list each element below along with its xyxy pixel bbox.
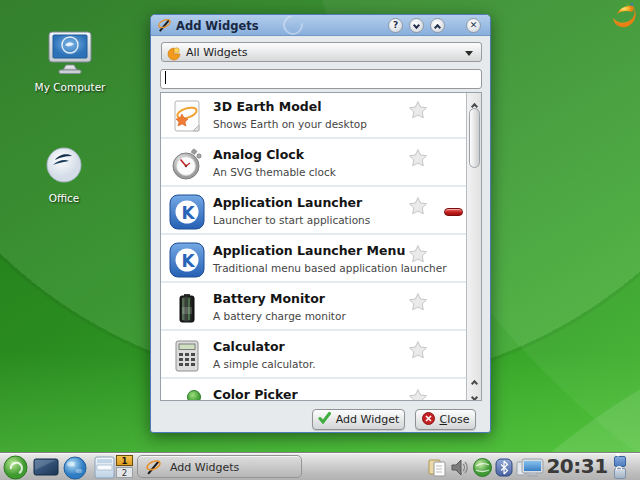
chevron-down-icon [471,394,478,401]
close-label: Close [440,413,470,426]
chevron-down-icon [465,51,473,56]
widget-description: Shows Earth on your desktop [213,118,367,130]
pager-desktop-2[interactable]: 2 [116,467,133,478]
show-desktop-icon[interactable] [33,458,59,480]
close-button[interactable]: Close [415,409,476,430]
kickoff-menu-icon[interactable] [3,455,28,480]
scroll-down-button[interactable] [468,385,481,398]
virtual-desktop-pager: 1 2 [116,455,134,479]
text-cursor [165,71,166,84]
scroll-up-button[interactable] [468,94,481,107]
shade-down-button[interactable] [409,18,424,33]
desktop-icon-my-computer[interactable]: My Computer [22,30,118,93]
network-tray-icon[interactable] [472,457,493,480]
calculator-icon [169,338,205,378]
chevron-up-icon [434,24,441,31]
plasma-cashew-icon[interactable] [608,1,638,35]
color-picker-icon [169,386,205,401]
shade-up-button[interactable] [430,18,445,33]
search-box [160,68,482,88]
kde-logo-icon: K [169,242,205,282]
check-icon [318,412,331,427]
widget-name: 3D Earth Model [213,99,322,114]
desktop-icon-label: Office [16,192,112,204]
panel-lock-icon[interactable] [614,468,626,479]
taskbar-task-add-widgets[interactable]: Add Widgets [137,455,302,478]
computer-monitor-icon [45,60,95,79]
remove-widget-minus-icon[interactable] [444,208,463,216]
red-close-icon [422,412,435,428]
dialog-titlebar[interactable]: Add Widgets ? ✕ [151,15,490,36]
taskbar-panel: 1 2 Add Widgets [0,452,640,480]
widget-search-input[interactable] [160,69,482,89]
task-label: Add Widgets [170,461,239,474]
volume-tray-icon[interactable] [450,458,470,480]
desktop-icon-label: My Computer [22,81,118,93]
favorite-star-icon[interactable] [407,99,429,125]
favorite-star-icon[interactable] [407,339,429,365]
widget-row-calculator[interactable]: Calculator A simple calculator. [161,333,466,379]
file-manager-icon[interactable] [94,456,115,480]
kde-logo-icon: K [169,194,205,234]
favorite-star-icon[interactable] [407,243,429,269]
widget-description: An SVG themable clock [213,166,336,178]
office-suite-icon [44,171,84,190]
widget-name: Application Launcher Menu [213,243,405,258]
add-widget-button[interactable]: Add Widget [312,409,405,430]
pager-desktop-1[interactable]: 1 [116,455,133,466]
favorite-star-icon[interactable] [407,387,429,401]
magic-wand-icon [157,18,172,37]
widget-filter-dropdown[interactable]: All Widgets [161,42,482,62]
web-browser-globe-icon[interactable] [62,455,88,480]
svg-text:K: K [181,251,195,271]
list-scrollbar[interactable] [466,93,481,400]
filter-selected-value: All Widgets [186,46,248,59]
stopwatch-icon [169,146,205,186]
svg-text:K: K [181,203,195,223]
widget-name: Calculator [213,339,285,354]
widget-name: Battery Monitor [213,291,325,306]
widget-name: Color Picker [213,387,298,401]
help-button[interactable]: ? [388,18,403,33]
widget-description: A simple calculator. [213,358,316,370]
widget-list: 3D Earth Model Shows Earth on your deskt… [160,92,482,401]
magic-wand-icon [145,459,162,480]
plasma-logo-icon [167,46,181,65]
widget-row-application-launcher[interactable]: K Application Launcher Launcher to start… [161,189,466,235]
add-widget-label: Add Widget [336,413,400,426]
dialog-title: Add Widgets [176,19,259,33]
bluetooth-device-tray-icon[interactable] [494,457,514,480]
panel-clock[interactable]: 20:31 [544,454,610,478]
widget-row-application-launcher-menu[interactable]: K Application Launcher Menu Traditional … [161,237,466,283]
widget-row-battery-monitor[interactable]: Battery Monitor A battery charge monitor [161,285,466,331]
swirl-watermark-icon [279,11,307,39]
widget-row-3d-earth-model[interactable]: 3D Earth Model Shows Earth on your deskt… [161,93,466,139]
device-notifier-icon[interactable] [516,458,544,480]
widget-name: Application Launcher [213,195,362,210]
favorite-star-icon[interactable] [407,195,429,221]
earth-document-icon [169,98,205,138]
favorite-star-icon[interactable] [407,147,429,173]
desktop-icon-office[interactable]: Office [16,146,112,204]
widget-description: Launcher to start applications [213,214,370,226]
scroll-up-button-bottom[interactable] [468,371,481,384]
screen: My Computer Office Add Widgets ? [0,0,640,480]
battery-icon [169,290,205,330]
widget-row-color-picker[interactable]: Color Picker [161,381,466,401]
clipboard-tray-icon[interactable] [427,458,447,480]
widget-row-analog-clock[interactable]: Analog Clock An SVG themable clock [161,141,466,187]
widget-description: A battery charge monitor [213,310,346,322]
add-widgets-dialog: Add Widgets ? ✕ All Widgets [150,14,491,433]
favorite-star-icon[interactable] [407,291,429,317]
widget-name: Analog Clock [213,147,304,162]
close-window-button[interactable]: ✕ [466,18,481,33]
scrollbar-thumb[interactable] [469,108,480,168]
chevron-down-icon [413,22,420,29]
